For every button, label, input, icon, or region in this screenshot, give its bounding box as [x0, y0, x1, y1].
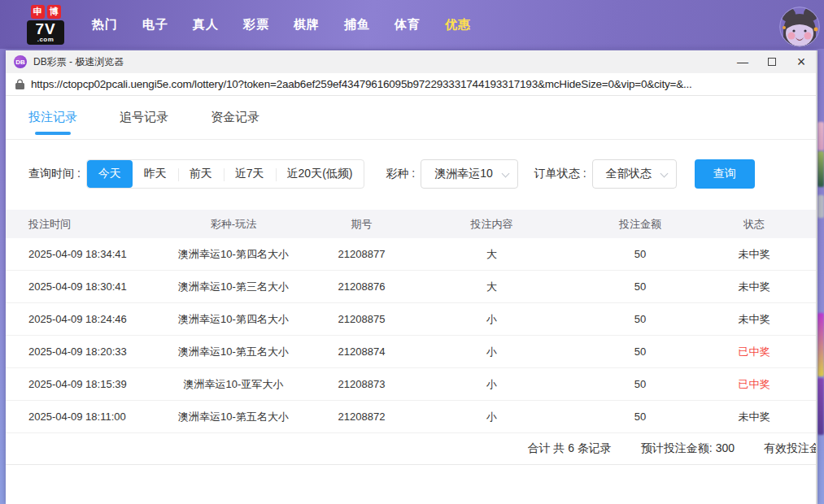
time-option-today[interactable]: 今天 — [87, 160, 133, 188]
logo-badge-1: 申 — [31, 5, 45, 19]
site-logo[interactable]: 申 博 7V .com — [24, 5, 67, 45]
time-option-7days[interactable]: 近7天 — [224, 160, 276, 188]
cell-amount: 50 — [579, 280, 701, 293]
background-page-sliver — [817, 378, 824, 435]
background-page-sliver — [817, 195, 824, 218]
cell-play: 澳洲幸运10-第五名大小 — [148, 345, 319, 359]
cell-period: 21208872 — [319, 411, 404, 423]
logo-badge-2: 博 — [47, 5, 61, 19]
cell-content: 小 — [404, 410, 579, 424]
table-row: 2025-04-09 18:24:46 澳洲幸运10-第四名大小 2120887… — [6, 303, 816, 336]
cell-amount: 50 — [579, 248, 701, 260]
window-controls: — × — [728, 50, 816, 73]
background-page-sliver — [817, 151, 824, 187]
chevron-down-icon — [660, 170, 668, 178]
time-option-20days[interactable]: 近20天(低频) — [276, 160, 364, 188]
cell-time: 2025-04-09 18:34:41 — [6, 248, 148, 260]
chevron-down-icon — [501, 170, 509, 178]
logo-box: 7V .com — [27, 20, 64, 45]
cell-amount: 50 — [579, 345, 701, 358]
cell-play: 澳洲幸运10-第四名大小 — [148, 247, 319, 262]
cell-content: 小 — [404, 377, 579, 392]
time-option-yesterday[interactable]: 昨天 — [133, 160, 178, 188]
background-page-sliver — [817, 122, 824, 150]
col-header-play: 彩种-玩法 — [148, 217, 319, 232]
lock-icon — [15, 79, 24, 90]
cell-period: 21208874 — [319, 345, 404, 358]
menu-item-cards[interactable]: 棋牌 — [281, 17, 332, 33]
status-badge: 未中奖 — [701, 247, 807, 262]
browser-window: DB DB彩票 - 极速浏览器 — × https://ctopcp02pcal… — [6, 50, 817, 504]
lottery-type-label: 彩种 : — [386, 167, 415, 181]
cell-period: 21208877 — [319, 248, 404, 260]
maximize-button[interactable] — [757, 50, 787, 73]
logo-brand-text: 7V — [30, 21, 61, 37]
menu-item-slots[interactable]: 电子 — [130, 17, 181, 33]
table-row: 2025-04-09 18:11:00 澳洲幸运10-第五名大小 2120887… — [6, 401, 816, 433]
filter-bar: 查询时间 : 今天 昨天 前天 近7天 近20天(低频) 彩种 : 澳洲幸运10… — [28, 159, 816, 189]
logo-domain-text: .com — [30, 37, 61, 43]
status-badge: 已中奖 — [701, 345, 807, 359]
maximize-icon — [768, 58, 776, 66]
site-top-nav: 申 博 7V .com 热门 电子 真人 彩票 棋牌 捕鱼 体育 优惠 — [0, 0, 824, 49]
bet-records-table: 投注时间 彩种-玩法 期号 投注内容 投注金额 状态 2025-04-09 18… — [6, 210, 816, 465]
menu-item-live[interactable]: 真人 — [181, 17, 231, 33]
time-option-day-before[interactable]: 前天 — [178, 160, 224, 188]
menu-item-sports[interactable]: 体育 — [382, 17, 433, 33]
menu-item-lottery[interactable]: 彩票 — [231, 17, 281, 33]
lottery-type-select[interactable]: 澳洲幸运10 — [421, 159, 518, 189]
cell-period: 21208875 — [319, 313, 404, 325]
table-row: 2025-04-09 18:30:41 澳洲幸运10-第三名大小 2120887… — [6, 271, 816, 303]
cell-amount: 50 — [579, 378, 701, 390]
table-row: 2025-04-09 18:34:41 澳洲幸运10-第四名大小 2120887… — [6, 238, 816, 271]
order-status-select[interactable]: 全部状态 — [592, 159, 677, 189]
menu-item-fishing[interactable]: 捕鱼 — [332, 17, 382, 33]
url-text[interactable]: https://ctopcp02pcali.uengi5e.com/lotter… — [31, 78, 692, 90]
col-header-content: 投注内容 — [404, 217, 579, 232]
cell-amount: 50 — [579, 411, 701, 423]
tab-fund-records[interactable]: 资金记录 — [211, 96, 259, 139]
cell-play: 澳洲幸运10-亚军大小 — [148, 377, 319, 392]
status-badge: 未中奖 — [701, 312, 807, 327]
background-page-sliver — [817, 313, 824, 376]
cell-amount: 50 — [579, 313, 701, 325]
minimize-button[interactable]: — — [728, 50, 757, 73]
time-range-group: 今天 昨天 前天 近7天 近20天(低频) — [86, 159, 365, 189]
app-icon: DB — [14, 55, 27, 68]
page-content: 投注记录 追号记录 资金记录 查询时间 : 今天 昨天 前天 近7天 近20天(… — [6, 96, 816, 504]
summary-valid-amount: 有效投注金 — [764, 441, 816, 456]
query-time-label: 查询时间 : — [28, 167, 81, 181]
cell-time: 2025-04-09 18:15:39 — [6, 378, 148, 390]
address-bar[interactable]: https://ctopcp02pcali.uengi5e.com/lotter… — [6, 73, 816, 96]
search-button[interactable]: 查询 — [695, 159, 755, 189]
col-header-amount: 投注金额 — [579, 217, 701, 232]
close-button[interactable]: × — [787, 50, 816, 73]
cell-period: 21208873 — [319, 378, 404, 390]
status-badge: 未中奖 — [701, 410, 807, 424]
table-row: 2025-04-09 18:20:33 澳洲幸运10-第五名大小 2120887… — [6, 336, 816, 368]
summary-expected-amount: 预计投注金额: 300 — [641, 441, 735, 456]
order-status-label: 订单状态 : — [534, 167, 586, 181]
table-row: 2025-04-09 18:15:39 澳洲幸运10-亚军大小 21208873… — [6, 368, 816, 401]
summary-record-count: 合计 共 6 条记录 — [527, 441, 611, 456]
window-titlebar: DB DB彩票 - 极速浏览器 — × — [6, 50, 816, 73]
table-summary-row: 合计 共 6 条记录 预计投注金额: 300 有效投注金 — [6, 433, 816, 465]
status-badge: 已中奖 — [701, 377, 807, 392]
site-menu: 热门 电子 真人 彩票 棋牌 捕鱼 体育 优惠 — [80, 17, 483, 33]
status-badge: 未中奖 — [701, 280, 807, 294]
cell-time: 2025-04-09 18:20:33 — [6, 345, 148, 358]
menu-item-promo[interactable]: 优惠 — [433, 17, 483, 33]
cell-period: 21208876 — [319, 280, 404, 293]
cell-play: 澳洲幸运10-第三名大小 — [148, 280, 319, 294]
menu-item-hot[interactable]: 热门 — [80, 17, 130, 33]
record-tabs: 投注记录 追号记录 资金记录 — [6, 96, 816, 140]
user-avatar[interactable] — [779, 7, 820, 47]
cell-content: 小 — [404, 312, 579, 327]
logo-badges: 申 博 — [31, 5, 61, 19]
cell-time: 2025-04-09 18:30:41 — [6, 280, 148, 293]
cell-time: 2025-04-09 18:24:46 — [6, 313, 148, 325]
cell-time: 2025-04-09 18:11:00 — [6, 411, 148, 423]
tab-bet-records[interactable]: 投注记录 — [28, 96, 77, 139]
tab-chase-records[interactable]: 追号记录 — [120, 96, 168, 139]
col-header-time: 投注时间 — [6, 217, 148, 232]
